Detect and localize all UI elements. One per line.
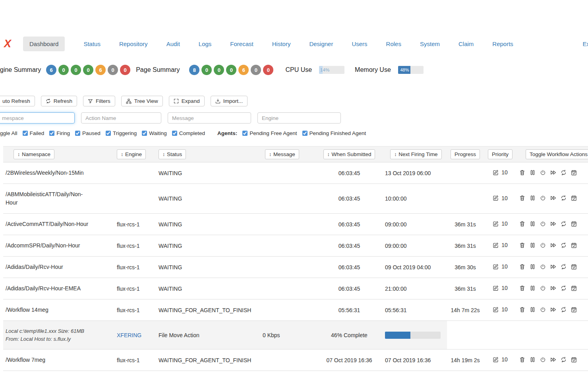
schedule-icon[interactable]: [571, 264, 577, 270]
schedule-icon[interactable]: [571, 170, 577, 176]
sort-message-button[interactable]: ↕ Message: [265, 149, 299, 159]
completed-checkbox[interactable]: [172, 131, 177, 136]
page-status-count-badge[interactable]: 8: [189, 65, 199, 75]
page-status-count-badge[interactable]: 0: [251, 65, 261, 75]
filter-pending-finished-agent[interactable]: Pending Finished Agent: [302, 130, 366, 136]
pause-icon[interactable]: [530, 307, 536, 313]
table-row[interactable]: /2BWireless/Weekly/Non-15Min WAITING 06:…: [3, 162, 588, 184]
schedule-icon[interactable]: [571, 242, 577, 248]
power-icon[interactable]: [540, 221, 546, 227]
delete-icon[interactable]: [519, 221, 525, 227]
nav-tab[interactable]: Claim: [458, 41, 474, 47]
nav-right-link[interactable]: Ex: [582, 41, 588, 47]
repeat-icon[interactable]: [561, 242, 567, 248]
table-row[interactable]: /Adidas/Daily/Rcv-Hour flux-rcs-1 WAITIN…: [3, 257, 588, 278]
fast-forward-icon[interactable]: [550, 170, 556, 176]
table-row[interactable]: /AdcommSPR/Daily/Non-Hour flux-rcs-1 WAI…: [3, 235, 588, 257]
edit-priority-icon[interactable]: [493, 307, 499, 313]
nav-tab[interactable]: Audit: [166, 41, 180, 47]
power-icon[interactable]: [540, 285, 546, 291]
pause-icon[interactable]: [530, 170, 536, 176]
repeat-icon[interactable]: [561, 195, 567, 201]
filter-pending-free-agent[interactable]: Pending Free Agent: [242, 130, 297, 136]
filter-completed[interactable]: Completed: [172, 130, 205, 136]
nav-tab[interactable]: Repository: [119, 41, 148, 47]
repeat-icon[interactable]: [561, 357, 567, 363]
fast-forward-icon[interactable]: [550, 285, 556, 291]
nav-tab[interactable]: Dashboard: [23, 37, 65, 51]
sort-status-button[interactable]: ↕ Status: [159, 149, 186, 159]
failed-checkbox[interactable]: [23, 131, 28, 136]
pause-icon[interactable]: [530, 242, 536, 248]
fast-forward-icon[interactable]: [550, 307, 556, 313]
paused-checkbox[interactable]: [75, 131, 80, 136]
edit-priority-icon[interactable]: [493, 357, 499, 363]
engine-status-count-badge[interactable]: 0: [108, 65, 118, 75]
flux-logo[interactable]: X: [0, 38, 18, 50]
filter-paused[interactable]: Paused: [75, 130, 101, 136]
filter-firing[interactable]: Firing: [49, 130, 70, 136]
schedule-icon[interactable]: [571, 221, 577, 227]
nav-tab[interactable]: Status: [83, 41, 101, 47]
table-row[interactable]: /Adidas/Daily/Rcv-Hour-EMEA flux-rcs-1 W…: [3, 278, 588, 299]
repeat-icon[interactable]: [561, 264, 567, 270]
power-icon[interactable]: [540, 307, 546, 313]
engine-status-count-badge[interactable]: 6: [46, 65, 56, 75]
schedule-icon[interactable]: [571, 195, 577, 201]
filter-triggering[interactable]: Triggering: [106, 130, 137, 136]
table-row[interactable]: Local c:\temp\file1.xxx Size: 61MB From:…: [3, 321, 588, 350]
table-row[interactable]: /ABMMobileisticATT/Daily/Non-Hour WAITIN…: [3, 184, 588, 214]
filter-waiting[interactable]: Waiting: [142, 130, 167, 136]
fast-forward-icon[interactable]: [550, 195, 556, 201]
page-status-count-badge[interactable]: 0: [214, 65, 224, 75]
engine-status-count-badge[interactable]: 0: [83, 65, 93, 75]
namespace-filter-input[interactable]: [0, 112, 75, 124]
pause-icon[interactable]: [530, 264, 536, 270]
refresh-button[interactable]: Refresh: [41, 96, 77, 106]
edit-priority-icon[interactable]: [493, 264, 499, 270]
import-button[interactable]: Import...: [211, 96, 248, 106]
edit-priority-icon[interactable]: [493, 195, 499, 201]
table-row[interactable]: /Workflow 7meg flux-rcs-1 WAITING_FOR_AG…: [3, 350, 588, 371]
engine-status-count-badge[interactable]: 0: [71, 65, 81, 75]
power-icon[interactable]: [540, 242, 546, 248]
repeat-icon[interactable]: [561, 307, 567, 313]
nav-tab[interactable]: Forecast: [230, 41, 253, 47]
nav-tab[interactable]: Users: [352, 41, 367, 47]
nav-tab[interactable]: Roles: [386, 41, 401, 47]
pause-icon[interactable]: [530, 195, 536, 201]
sort-engine-button[interactable]: ↕ Engine: [117, 149, 146, 159]
table-row[interactable]: /Workflow 14meg flux-rcs-1 WAITING_FOR_A…: [3, 299, 588, 321]
page-status-count-badge[interactable]: 0: [201, 65, 212, 75]
edit-priority-icon[interactable]: [493, 285, 499, 291]
filter-toggle-all[interactable]: ggle All: [0, 130, 17, 136]
engine-status-count-badge[interactable]: 6: [95, 65, 106, 75]
delete-icon[interactable]: [519, 357, 525, 363]
delete-icon[interactable]: [519, 195, 525, 201]
filter-failed[interactable]: Failed: [23, 130, 44, 136]
page-status-count-badge[interactable]: 6: [238, 65, 249, 75]
sort-when-submitted-button[interactable]: ↕ When Submitted: [323, 149, 375, 159]
delete-icon[interactable]: [519, 285, 525, 291]
expand-button[interactable]: Expand: [169, 96, 205, 106]
schedule-icon[interactable]: [571, 357, 577, 363]
nav-tab[interactable]: Logs: [199, 41, 212, 47]
power-icon[interactable]: [540, 195, 546, 201]
pending-finished-agent-checkbox[interactable]: [302, 131, 308, 136]
delete-icon[interactable]: [519, 264, 525, 270]
page-status-count-badge[interactable]: 0: [226, 65, 236, 75]
repeat-icon[interactable]: [561, 221, 567, 227]
fast-forward-icon[interactable]: [550, 264, 556, 270]
engine-status-count-badge[interactable]: 0: [58, 65, 69, 75]
edit-priority-icon[interactable]: [493, 170, 499, 176]
pause-icon[interactable]: [530, 357, 536, 363]
triggering-checkbox[interactable]: [106, 131, 111, 136]
engine-filter-input[interactable]: [257, 112, 341, 124]
action-name-filter-input[interactable]: [81, 112, 161, 124]
power-icon[interactable]: [540, 264, 546, 270]
power-icon[interactable]: [540, 357, 546, 363]
nav-tab[interactable]: System: [420, 41, 440, 47]
table-row[interactable]: /ActiveCommATT/Daily/Non-Hour flux-rcs-1…: [3, 214, 588, 235]
page-status-count-badge[interactable]: 0: [263, 65, 273, 75]
power-icon[interactable]: [540, 170, 546, 176]
